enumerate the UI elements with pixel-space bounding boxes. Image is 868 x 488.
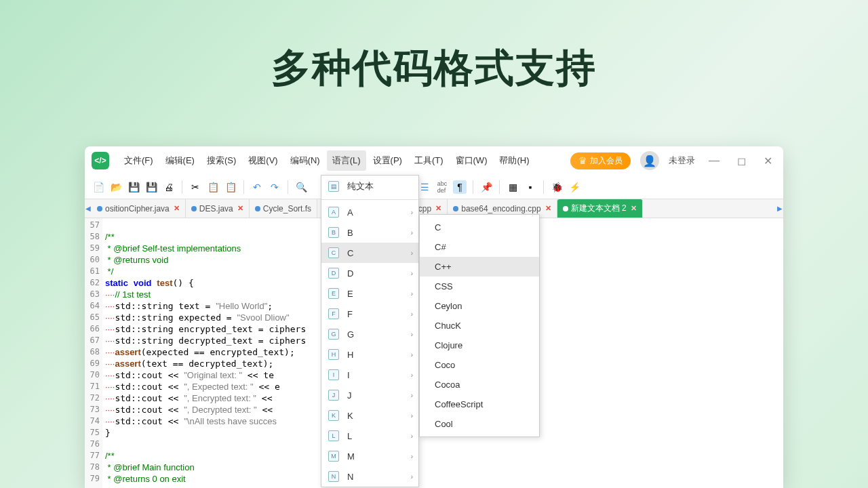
chevron-right-icon: ›	[411, 290, 413, 298]
chevron-right-icon: ›	[411, 412, 413, 420]
tab-close-icon[interactable]: ✕	[435, 204, 441, 213]
list-icon[interactable]: ☰	[418, 180, 431, 194]
letter-icon: M	[328, 451, 339, 462]
tab-dot	[453, 206, 458, 211]
copy-icon[interactable]: 📋	[206, 180, 220, 194]
lang-letter-N[interactable]: NN›	[321, 466, 418, 487]
indent-icon[interactable]: ¶	[453, 180, 467, 194]
print-icon[interactable]: 🖨	[162, 180, 176, 194]
chevron-right-icon: ›	[411, 371, 413, 379]
chevron-right-icon: ›	[411, 249, 413, 257]
lang-cool[interactable]: Cool	[420, 414, 539, 434]
lang-letter-C[interactable]: CC›	[321, 243, 418, 263]
menu-8[interactable]: 窗口(W)	[450, 150, 493, 171]
crown-icon: ♛	[578, 155, 587, 166]
tab-scroll-left[interactable]: ◀	[85, 205, 92, 212]
doc-icon: ▤	[328, 181, 339, 192]
save-all-icon[interactable]: 💾	[144, 180, 158, 194]
chevron-right-icon: ›	[411, 473, 413, 481]
letter-icon: N	[328, 471, 339, 482]
letter-icon: B	[328, 227, 339, 238]
lang-c[interactable]: C#	[420, 237, 539, 257]
abc-icon[interactable]: abcdef	[435, 180, 449, 194]
letter-icon: C	[328, 247, 339, 258]
chevron-right-icon: ›	[411, 209, 413, 216]
menu-5[interactable]: 语言(L)	[327, 150, 366, 171]
tab-2[interactable]: Cycle_Sort.fs	[250, 199, 317, 218]
tab-label: ositionCipher.java	[105, 204, 170, 214]
tab-label: Cycle_Sort.fs	[263, 204, 311, 214]
letter-icon: D	[328, 268, 339, 279]
letter-icon: E	[328, 288, 339, 299]
lang-letter-G[interactable]: GG›	[321, 324, 418, 344]
menu-3[interactable]: 视图(V)	[243, 150, 283, 171]
chevron-right-icon: ›	[411, 392, 413, 399]
tab-1[interactable]: DES.java✕	[186, 199, 250, 218]
paste-icon[interactable]: 📋	[224, 180, 237, 194]
lang-letter-A[interactable]: AA›	[321, 202, 418, 222]
letter-icon: L	[328, 430, 339, 441]
chevron-right-icon: ›	[411, 432, 413, 440]
lang-cocoa[interactable]: Cocoa	[420, 375, 539, 394]
lang-letter-I[interactable]: II›	[321, 365, 418, 385]
tab-dot	[563, 206, 568, 211]
menu-2[interactable]: 搜索(S)	[201, 150, 241, 171]
lang-clojure[interactable]: Clojure	[420, 336, 539, 355]
open-icon[interactable]: 📂	[109, 180, 123, 194]
lang-ceylon[interactable]: Ceylon	[420, 296, 539, 316]
lang-letter-L[interactable]: LL›	[321, 426, 418, 446]
chevron-right-icon: ›	[411, 331, 413, 338]
lang-letter-M[interactable]: MM›	[321, 446, 418, 466]
menu-1[interactable]: 编辑(E)	[160, 150, 200, 171]
titlebar: </> 文件(F)编辑(E)搜索(S)视图(V)编码(N)语言(L)设置(P)工…	[85, 146, 783, 175]
close-button[interactable]: ✕	[760, 155, 776, 167]
menu-plaintext[interactable]: ▤纯文本	[321, 176, 418, 197]
chevron-right-icon: ›	[411, 270, 413, 277]
menu-0[interactable]: 文件(F)	[119, 150, 159, 171]
lang-c[interactable]: C++	[420, 257, 539, 277]
menu-9[interactable]: 帮助(H)	[494, 150, 534, 171]
tab-scroll-right[interactable]: ▶	[776, 205, 783, 212]
lang-letter-D[interactable]: DD›	[321, 263, 418, 283]
terminal-icon[interactable]: ▪	[524, 180, 537, 194]
save-icon[interactable]: 💾	[127, 180, 140, 194]
tab-6[interactable]: 新建文本文档 2✕	[557, 199, 643, 218]
lang-letter-B[interactable]: BB›	[321, 222, 418, 243]
app-icon: </>	[92, 152, 109, 169]
menu-7[interactable]: 工具(T)	[409, 150, 449, 171]
pin-icon[interactable]: 📌	[479, 180, 493, 194]
tab-0[interactable]: ositionCipher.java✕	[92, 199, 186, 218]
letter-icon: I	[328, 369, 339, 380]
lang-coco[interactable]: Coco	[420, 355, 539, 375]
maximize-button[interactable]: ◻	[733, 155, 750, 167]
grid-icon[interactable]: ▦	[506, 180, 519, 194]
new-file-icon[interactable]: 📄	[92, 180, 105, 194]
vip-button[interactable]: ♛加入会员	[570, 152, 631, 169]
hero-title: 多种代码格式支持	[0, 42, 868, 95]
lang-letter-E[interactable]: EE›	[321, 283, 418, 304]
menu-6[interactable]: 设置(P)	[368, 150, 408, 171]
cut-icon[interactable]: ✂	[189, 180, 202, 194]
lang-letter-J[interactable]: JJ›	[321, 385, 418, 405]
lang-chuck[interactable]: ChucK	[420, 316, 539, 336]
tab-close-icon[interactable]: ✕	[545, 204, 551, 213]
tab-close-icon[interactable]: ✕	[174, 204, 180, 213]
redo-icon[interactable]: ↷	[268, 180, 281, 194]
lang-letter-H[interactable]: HH›	[321, 344, 418, 365]
zoom-in-icon[interactable]: 🔍	[294, 180, 308, 194]
tab-close-icon[interactable]: ✕	[237, 204, 243, 213]
minimize-button[interactable]: —	[705, 155, 724, 167]
undo-icon[interactable]: ↶	[250, 180, 264, 194]
lightning-icon[interactable]: ⚡	[568, 180, 581, 194]
tab-label: 新建文本文档 2	[571, 203, 627, 214]
tab-close-icon[interactable]: ✕	[631, 204, 637, 213]
menu-4[interactable]: 编码(N)	[285, 150, 326, 171]
lang-coffeescript[interactable]: CoffeeScript	[420, 394, 539, 414]
lang-c[interactable]: C	[420, 218, 539, 237]
lang-letter-F[interactable]: FF›	[321, 304, 418, 324]
avatar[interactable]: 👤	[640, 151, 659, 170]
login-status: 未登录	[669, 155, 695, 167]
lang-letter-K[interactable]: KK›	[321, 405, 418, 426]
bug-icon[interactable]: 🐞	[550, 180, 564, 194]
lang-css[interactable]: CSS	[420, 277, 539, 296]
